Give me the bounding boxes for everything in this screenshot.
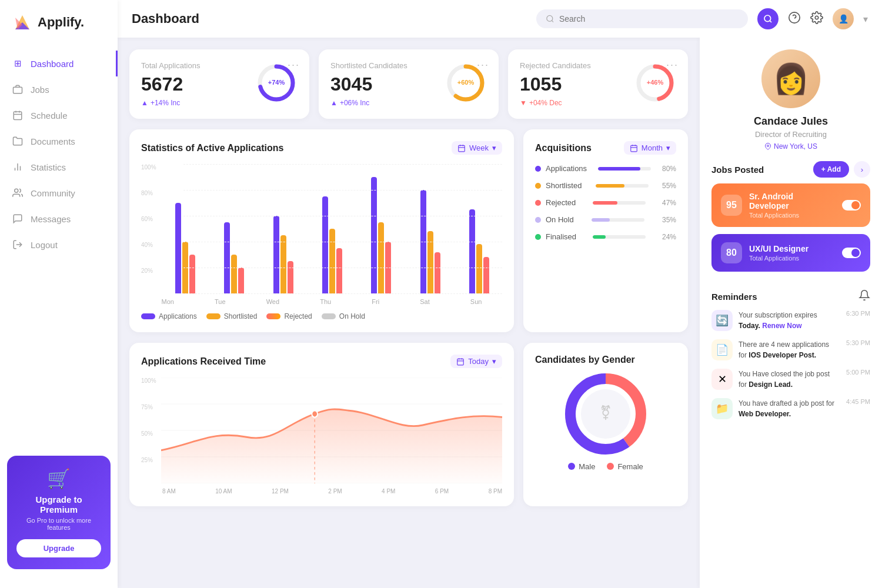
reminder-text-3: You Have closed the job post for Design …: [739, 369, 838, 390]
reminder-new-applications: 📄 There are 4 new applications for IOS D…: [711, 339, 870, 360]
bar-chart-legend: Applications Shortlisted Rejected: [141, 312, 502, 320]
search-btn-icon: [763, 14, 773, 24]
reminder-icon-draft: 📁: [711, 398, 733, 419]
gender-female-label: Female: [617, 462, 643, 471]
job-num-2: 80: [721, 242, 742, 263]
line-chart-header: Applications Received Time Today ▾: [141, 355, 502, 368]
svg-rect-4: [14, 112, 22, 120]
profile-name: Candace Jules: [754, 115, 828, 128]
jobs-posted-title: Jobs Posted: [711, 165, 764, 175]
donut-svg-wrap: ⚧: [564, 373, 647, 455]
svg-point-13: [547, 15, 553, 21]
reminders-title: Reminders: [711, 292, 757, 302]
logo-text: Applify.: [38, 15, 84, 30]
chevron-down-line: ▾: [492, 357, 496, 366]
sidebar: Applify. ⊞ Dashboard Jobs Schedule Docum…: [0, 0, 118, 588]
acquisitions-filter[interactable]: Month ▾: [624, 141, 676, 155]
upgrade-button[interactable]: Upgrade: [16, 539, 101, 557]
job-card-uxui: 80 UX/UI Designer Total Applications: [711, 234, 870, 272]
svg-rect-3: [14, 87, 22, 93]
sidebar-item-jobs[interactable]: Jobs: [0, 76, 118, 102]
sidebar-item-statistics[interactable]: Statistics: [0, 154, 118, 180]
community-icon: [12, 187, 24, 199]
logout-icon: [12, 239, 24, 250]
reminder-time-4: 4:45 PM: [846, 398, 870, 405]
reminder-time-1: 6:30 PM: [846, 310, 870, 317]
settings-button[interactable]: [810, 11, 823, 27]
bar-chart-card: Statistics of Active Applications Week ▾…: [129, 129, 514, 332]
bell-button[interactable]: [858, 289, 870, 304]
reminder-draft-job: 📁 You have drafted a job post for Web De…: [711, 398, 870, 419]
svg-text:+74%: +74%: [268, 79, 285, 86]
donut-chart-area: ⚧ Male Female: [535, 375, 676, 469]
line-chart-filter[interactable]: Today ▾: [450, 355, 502, 368]
job-toggle-1[interactable]: [842, 200, 861, 211]
topbar: Dashboard 👤 ▾: [118, 0, 882, 38]
donut-chart-title: Candidates by Gender: [535, 355, 635, 365]
renew-link[interactable]: Renew Now: [762, 322, 801, 330]
search-button[interactable]: [757, 8, 779, 29]
sidebar-item-logout[interactable]: Logout: [0, 232, 118, 258]
sidebar-item-label-documents: Documents: [31, 136, 75, 146]
sidebar-item-community[interactable]: Community: [0, 180, 118, 206]
reminders-section: 🔄 Your subscription expires Today. Renew…: [711, 310, 870, 427]
job-card-android: 95 Sr. Android Developer Total Applicati…: [711, 183, 870, 227]
donut-chart-header: Candidates by Gender: [535, 355, 676, 365]
user-avatar-small[interactable]: 👤: [833, 8, 854, 29]
job-num-1: 95: [721, 195, 742, 216]
sidebar-item-messages[interactable]: Messages: [0, 206, 118, 232]
user-avatar: 👩: [761, 49, 820, 108]
calendar-icon-acq: [630, 144, 638, 152]
jobs-chevron-button[interactable]: ›: [854, 161, 870, 178]
reminders-header: Reminders: [711, 289, 870, 304]
stat-card-total-applications: ··· Total Applications 5672 ▲+14% Inc +7…: [129, 49, 309, 119]
sidebar-item-documents[interactable]: Documents: [0, 128, 118, 154]
chevron-down-bar: ▾: [492, 143, 496, 152]
stat-card-rejected: ··· Rejected Candidates 1055 ▼+04% Dec +…: [508, 49, 688, 119]
job-title-1: Sr. Android Developer: [749, 192, 835, 211]
stat-circle-1: +74%: [255, 62, 298, 106]
jobs-icon: [12, 83, 24, 95]
search-bar: [536, 9, 748, 28]
page-title: Dashboard: [132, 11, 527, 26]
sidebar-item-label-logout: Logout: [31, 240, 58, 250]
profile-title: Director of Recruiting: [755, 130, 827, 139]
gender-male: Male: [568, 462, 595, 471]
logo-icon: [12, 12, 33, 33]
add-job-button[interactable]: + Add: [813, 161, 849, 178]
svg-rect-29: [459, 145, 465, 152]
statistics-icon: [12, 161, 24, 173]
acq-finalised: Finalised 24%: [535, 232, 676, 241]
donut-svg: ⚧: [564, 373, 647, 455]
acq-onhold: On Hold 35%: [535, 215, 676, 224]
sidebar-item-label-jobs: Jobs: [31, 85, 49, 95]
location-icon: [764, 143, 771, 150]
job-toggle-2[interactable]: [842, 248, 861, 258]
search-icon-inline: [546, 14, 554, 24]
job-sub-2: Total Applications: [749, 255, 835, 262]
gender-female: Female: [607, 462, 643, 471]
gender-male-label: Male: [579, 462, 595, 471]
toggle-thumb-1: [851, 201, 860, 209]
sidebar-item-schedule[interactable]: Schedule: [0, 102, 118, 128]
stat-circle-2: +60%: [445, 62, 487, 106]
reminder-text-4: You have drafted a job post for Web Deve…: [739, 398, 838, 419]
top-icons: 👤 ▾: [788, 8, 868, 29]
svg-line-14: [552, 21, 553, 22]
help-button[interactable]: [788, 11, 801, 27]
svg-text:⚧: ⚧: [600, 405, 612, 420]
svg-point-19: [815, 16, 818, 19]
gear-icon: [810, 11, 823, 24]
bell-icon: [858, 289, 870, 301]
svg-point-11: [15, 189, 18, 192]
calendar-icon-line: [456, 358, 465, 366]
bar-chart: 100% 80% 60% 40% 20%: [141, 164, 502, 320]
profile-location: New York, US: [764, 142, 817, 151]
bar-chart-filter[interactable]: Week ▾: [452, 141, 502, 155]
sidebar-item-dashboard[interactable]: ⊞ Dashboard: [0, 51, 118, 76]
toggle-thumb-2: [851, 249, 860, 257]
logo: Applify.: [0, 12, 96, 51]
search-input[interactable]: [559, 14, 739, 24]
bar-chart-title: Statistics of Active Applications: [141, 143, 283, 153]
calendar-icon-bar: [457, 144, 466, 152]
